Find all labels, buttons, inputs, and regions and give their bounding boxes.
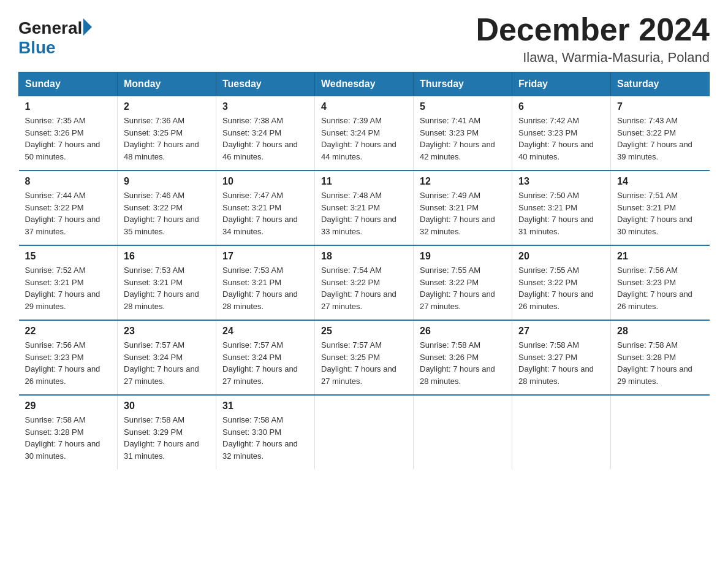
calendar-cell: 19 Sunrise: 7:55 AM Sunset: 3:22 PM Dayl… bbox=[414, 245, 512, 320]
calendar-cell: 26 Sunrise: 7:58 AM Sunset: 3:26 PM Dayl… bbox=[414, 320, 512, 395]
sunset-label: Sunset: 3:29 PM bbox=[124, 427, 183, 437]
sunset-label: Sunset: 3:23 PM bbox=[25, 353, 84, 362]
day-info: Sunrise: 7:42 AM Sunset: 3:23 PM Dayligh… bbox=[518, 115, 604, 163]
day-info: Sunrise: 7:47 AM Sunset: 3:21 PM Dayligh… bbox=[222, 190, 308, 237]
day-number: 25 bbox=[321, 326, 407, 337]
month-title: December 2024 bbox=[476, 12, 710, 47]
day-info: Sunrise: 7:54 AM Sunset: 3:22 PM Dayligh… bbox=[321, 264, 407, 312]
sunrise-label: Sunrise: 7:54 AM bbox=[321, 266, 382, 275]
sunset-label: Sunset: 3:25 PM bbox=[321, 353, 380, 362]
sunset-label: Sunset: 3:23 PM bbox=[518, 128, 577, 137]
daylight-label: Daylight: 7 hours and 44 minutes. bbox=[321, 140, 396, 161]
calendar-cell: 5 Sunrise: 7:41 AM Sunset: 3:23 PM Dayli… bbox=[414, 96, 512, 171]
weekday-header-friday: Friday bbox=[512, 72, 611, 96]
daylight-label: Daylight: 7 hours and 28 minutes. bbox=[420, 364, 495, 386]
page-header: General Blue December 2024 Ilawa, Warmia… bbox=[18, 12, 710, 66]
day-info: Sunrise: 7:39 AM Sunset: 3:24 PM Dayligh… bbox=[321, 115, 407, 163]
sunset-label: Sunset: 3:24 PM bbox=[124, 353, 183, 362]
calendar-cell: 16 Sunrise: 7:53 AM Sunset: 3:21 PM Dayl… bbox=[118, 245, 216, 320]
calendar-cell: 8 Sunrise: 7:44 AM Sunset: 3:22 PM Dayli… bbox=[19, 170, 118, 245]
title-block: December 2024 Ilawa, Warmia-Masuria, Pol… bbox=[476, 12, 710, 66]
calendar-week-row: 15 Sunrise: 7:52 AM Sunset: 3:21 PM Dayl… bbox=[19, 245, 710, 320]
daylight-label: Daylight: 7 hours and 29 minutes. bbox=[25, 289, 100, 311]
day-info: Sunrise: 7:57 AM Sunset: 3:25 PM Dayligh… bbox=[321, 339, 407, 387]
daylight-label: Daylight: 7 hours and 27 minutes. bbox=[222, 364, 298, 386]
weekday-header-monday: Monday bbox=[118, 72, 216, 96]
daylight-label: Daylight: 7 hours and 50 minutes. bbox=[25, 140, 100, 161]
daylight-label: Daylight: 7 hours and 28 minutes. bbox=[124, 289, 199, 311]
day-info: Sunrise: 7:55 AM Sunset: 3:22 PM Dayligh… bbox=[420, 264, 506, 312]
calendar-week-row: 8 Sunrise: 7:44 AM Sunset: 3:22 PM Dayli… bbox=[19, 170, 710, 245]
sunset-label: Sunset: 3:22 PM bbox=[420, 278, 479, 287]
calendar-table: SundayMondayTuesdayWednesdayThursdayFrid… bbox=[18, 72, 710, 469]
sunrise-label: Sunrise: 7:57 AM bbox=[321, 340, 382, 350]
sunset-label: Sunset: 3:26 PM bbox=[420, 353, 479, 362]
day-info: Sunrise: 7:41 AM Sunset: 3:23 PM Dayligh… bbox=[420, 115, 506, 163]
weekday-header-thursday: Thursday bbox=[414, 72, 512, 96]
sunrise-label: Sunrise: 7:58 AM bbox=[420, 340, 480, 350]
daylight-label: Daylight: 7 hours and 35 minutes. bbox=[124, 215, 199, 236]
day-info: Sunrise: 7:55 AM Sunset: 3:22 PM Dayligh… bbox=[518, 264, 604, 312]
calendar-cell: 24 Sunrise: 7:57 AM Sunset: 3:24 PM Dayl… bbox=[216, 320, 315, 395]
calendar-cell: 20 Sunrise: 7:55 AM Sunset: 3:22 PM Dayl… bbox=[512, 245, 611, 320]
logo-blue-part bbox=[82, 18, 92, 38]
day-info: Sunrise: 7:35 AM Sunset: 3:26 PM Dayligh… bbox=[25, 115, 112, 163]
day-number: 13 bbox=[518, 176, 604, 187]
daylight-label: Daylight: 7 hours and 32 minutes. bbox=[222, 439, 298, 461]
day-info: Sunrise: 7:44 AM Sunset: 3:22 PM Dayligh… bbox=[25, 190, 112, 237]
daylight-label: Daylight: 7 hours and 28 minutes. bbox=[518, 364, 594, 386]
sunset-label: Sunset: 3:21 PM bbox=[25, 278, 84, 287]
calendar-cell: 25 Sunrise: 7:57 AM Sunset: 3:25 PM Dayl… bbox=[315, 320, 414, 395]
daylight-label: Daylight: 7 hours and 48 minutes. bbox=[124, 140, 199, 161]
daylight-label: Daylight: 7 hours and 31 minutes. bbox=[124, 439, 199, 461]
logo: General Blue bbox=[18, 18, 92, 58]
sunset-label: Sunset: 3:23 PM bbox=[420, 128, 479, 137]
day-number: 16 bbox=[124, 251, 210, 262]
day-number: 4 bbox=[321, 101, 407, 112]
calendar-week-row: 22 Sunrise: 7:56 AM Sunset: 3:23 PM Dayl… bbox=[19, 320, 710, 395]
daylight-label: Daylight: 7 hours and 31 minutes. bbox=[518, 215, 594, 236]
calendar-cell: 7 Sunrise: 7:43 AM Sunset: 3:22 PM Dayli… bbox=[611, 96, 710, 171]
sunset-label: Sunset: 3:22 PM bbox=[321, 278, 380, 287]
day-number: 6 bbox=[518, 101, 604, 112]
day-number: 22 bbox=[25, 326, 112, 337]
day-number: 2 bbox=[124, 101, 210, 112]
day-number: 3 bbox=[222, 101, 308, 112]
sunrise-label: Sunrise: 7:44 AM bbox=[25, 191, 86, 200]
sunset-label: Sunset: 3:25 PM bbox=[124, 128, 183, 137]
daylight-label: Daylight: 7 hours and 30 minutes. bbox=[25, 439, 100, 461]
calendar-cell: 4 Sunrise: 7:39 AM Sunset: 3:24 PM Dayli… bbox=[315, 96, 414, 171]
calendar-cell: 11 Sunrise: 7:48 AM Sunset: 3:21 PM Dayl… bbox=[315, 170, 414, 245]
sunset-label: Sunset: 3:21 PM bbox=[617, 203, 676, 212]
sunset-label: Sunset: 3:22 PM bbox=[617, 128, 676, 137]
daylight-label: Daylight: 7 hours and 37 minutes. bbox=[25, 215, 100, 236]
logo-general-text: General bbox=[18, 18, 82, 38]
sunrise-label: Sunrise: 7:55 AM bbox=[518, 266, 579, 275]
calendar-cell bbox=[414, 395, 512, 469]
sunrise-label: Sunrise: 7:56 AM bbox=[617, 266, 678, 275]
day-info: Sunrise: 7:48 AM Sunset: 3:21 PM Dayligh… bbox=[321, 190, 407, 237]
sunrise-label: Sunrise: 7:48 AM bbox=[321, 191, 382, 200]
day-number: 26 bbox=[420, 326, 506, 337]
sunrise-label: Sunrise: 7:58 AM bbox=[25, 415, 86, 424]
logo-blue-text: Blue bbox=[18, 38, 56, 58]
sunrise-label: Sunrise: 7:58 AM bbox=[518, 340, 579, 350]
day-number: 10 bbox=[222, 176, 308, 187]
day-info: Sunrise: 7:57 AM Sunset: 3:24 PM Dayligh… bbox=[222, 339, 308, 387]
daylight-label: Daylight: 7 hours and 27 minutes. bbox=[321, 289, 396, 311]
weekday-header-tuesday: Tuesday bbox=[216, 72, 315, 96]
day-number: 31 bbox=[222, 400, 308, 412]
sunrise-label: Sunrise: 7:58 AM bbox=[124, 415, 184, 424]
daylight-label: Daylight: 7 hours and 40 minutes. bbox=[518, 140, 594, 161]
sunrise-label: Sunrise: 7:57 AM bbox=[124, 340, 184, 350]
sunset-label: Sunset: 3:26 PM bbox=[25, 128, 84, 137]
daylight-label: Daylight: 7 hours and 26 minutes. bbox=[25, 364, 100, 386]
sunrise-label: Sunrise: 7:58 AM bbox=[222, 415, 283, 424]
calendar-cell: 13 Sunrise: 7:50 AM Sunset: 3:21 PM Dayl… bbox=[512, 170, 611, 245]
daylight-label: Daylight: 7 hours and 46 minutes. bbox=[222, 140, 298, 161]
day-info: Sunrise: 7:51 AM Sunset: 3:21 PM Dayligh… bbox=[617, 190, 703, 237]
daylight-label: Daylight: 7 hours and 42 minutes. bbox=[420, 140, 495, 161]
location-text: Ilawa, Warmia-Masuria, Poland bbox=[476, 50, 710, 66]
daylight-label: Daylight: 7 hours and 39 minutes. bbox=[617, 140, 692, 161]
day-number: 27 bbox=[518, 326, 604, 337]
